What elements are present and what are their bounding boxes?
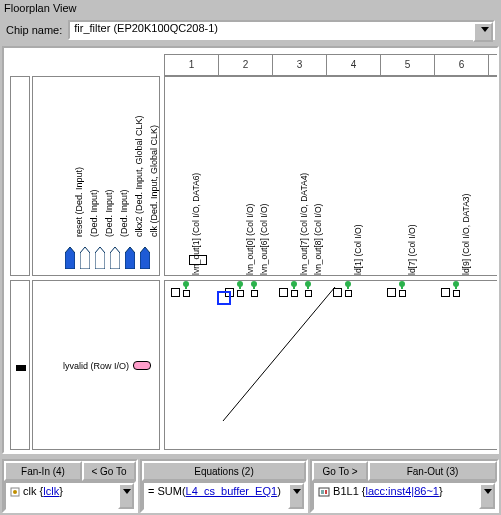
floorplan-canvas[interactable]: 123456 reset (Ded. Input)(Ded. Input)(De… (0, 44, 501, 456)
pin-label: reset (Ded. Input) (74, 167, 84, 237)
equation-suffix: ) (277, 485, 281, 497)
fan-in-item-link[interactable]: lclk (43, 485, 59, 497)
pin-label: clk (Ded. Input, Global CLK) (149, 125, 159, 237)
fan-in-item-suffix: } (59, 485, 63, 497)
row-io-label: lyvalid (Row I/O) (63, 361, 129, 371)
window-title: Floorplan View (0, 0, 501, 16)
io-column: lvn_out[0] (Col I/O)lvn_out[6] (Col I/O) (225, 117, 269, 297)
row-io-pin[interactable] (133, 361, 151, 370)
io-label: lvn_out[0] (Col I/O) (245, 204, 255, 275)
equations-list[interactable]: = SUM(L4_cs_buffer_EQ1) (142, 481, 306, 511)
pin-label: (Ded. Input) (104, 189, 114, 237)
fan-out-panel: Go To > Fan-Out (3) B1L1 {lacc:inst4|86~… (310, 459, 499, 513)
dropdown-arrow-icon[interactable] (288, 483, 304, 509)
ruler-tick: 1 (165, 55, 219, 75)
row-gutter-bottom (10, 280, 30, 450)
dedicated-input-pin[interactable] (125, 247, 135, 269)
io-label: ld[7] (Col I/O) (407, 224, 417, 275)
io-label: lvn_out[8] (Col I/O) (313, 204, 323, 275)
ruler-tick: 2 (219, 55, 273, 75)
svg-point-25 (13, 490, 17, 494)
io-column: ld[7] (Col I/O) (387, 117, 431, 297)
pin-label: (Ded. Input) (89, 189, 99, 237)
dedicated-input-pin[interactable] (140, 247, 150, 269)
io-label: lvn_out[7] (Col I/O, DATA4) (299, 173, 309, 275)
dropdown-arrow-icon[interactable] (479, 483, 495, 509)
fan-in-goto-button[interactable]: < Go To (82, 461, 136, 481)
fan-in-panel: Fan-In (4) < Go To clk {lclk} (2, 459, 138, 513)
chip-name-value: fir_filter (EP20K100QC208-1) (74, 22, 218, 34)
fan-out-goto-button[interactable]: Go To > (312, 461, 368, 481)
io-column: ld[1] (Col I/O) (333, 117, 377, 297)
ruler-tick: 4 (327, 55, 381, 75)
top-io-region: lvn_out[1] (Col I/O, DATA6)lvn_out[0] (C… (164, 76, 497, 276)
io-column: lvn_out[1] (Col I/O, DATA6) (171, 117, 215, 297)
fan-out-item-link[interactable]: lacc:inst4|86~1 (365, 485, 439, 497)
lab-stacks-region (164, 280, 497, 450)
equation-link[interactable]: L4_cs_buffer_EQ1 (186, 485, 278, 497)
selection-box[interactable] (217, 291, 231, 305)
fan-in-list[interactable]: clk {lclk} (4, 481, 136, 511)
fan-in-header[interactable]: Fan-In (4) (4, 461, 82, 481)
dedicated-input-pin[interactable] (95, 247, 105, 269)
chevron-down-icon (481, 27, 489, 32)
fan-out-list[interactable]: B1L1 {lacc:inst4|86~1} (312, 481, 497, 511)
fan-out-item-prefix: B1L1 { (333, 485, 365, 497)
svg-marker-3 (110, 247, 120, 269)
pin-label: (Ded. Input) (119, 189, 129, 237)
svg-marker-0 (65, 247, 75, 269)
svg-marker-5 (140, 247, 150, 269)
pin-icon (10, 487, 20, 497)
svg-marker-2 (95, 247, 105, 269)
row-gutter-top (10, 76, 30, 276)
fan-out-item-suffix: } (439, 485, 443, 497)
equations-panel: Equations (2) = SUM(L4_cs_buffer_EQ1) (140, 459, 308, 513)
ruler-tick: 5 (381, 55, 435, 75)
pin-label: clkx2 (Ded. Input, Global CLK) (134, 115, 144, 237)
io-label: ld[1] (Col I/O) (353, 224, 363, 275)
chip-name-select[interactable]: fir_filter (EP20K100QC208-1) (68, 20, 495, 40)
io-column: lvn_out[7] (Col I/O, DATA4)lvn_out[8] (C… (279, 117, 323, 297)
io-label: lvn_out[6] (Col I/O) (259, 204, 269, 275)
ruler-tick: 3 (273, 55, 327, 75)
chip-name-row: Chip name: fir_filter (EP20K100QC208-1) (0, 16, 501, 44)
io-label: ld[9] (Col I/O, DATA3) (461, 194, 471, 275)
fan-out-header[interactable]: Fan-Out (3) (368, 461, 497, 481)
svg-rect-27 (321, 490, 324, 494)
io-label: lvn_out[1] (Col I/O, DATA6) (191, 173, 201, 275)
dedicated-input-pin[interactable] (110, 247, 120, 269)
svg-marker-6 (16, 365, 26, 371)
dedicated-input-pin[interactable] (65, 247, 75, 269)
flipflop-icon (318, 487, 330, 497)
svg-line-23 (223, 287, 335, 421)
svg-marker-4 (125, 247, 135, 269)
row-io-region: lyvalid (Row I/O) (32, 280, 160, 450)
svg-marker-1 (80, 247, 90, 269)
ruler-tick: 6 (435, 55, 489, 75)
fan-in-item-prefix: clk { (23, 485, 43, 497)
dropdown-arrow-icon[interactable] (118, 483, 134, 509)
dedicated-input-pin[interactable] (80, 247, 90, 269)
equations-header[interactable]: Equations (2) (142, 461, 306, 481)
dedicated-inputs-region: reset (Ded. Input)(Ded. Input)(Ded. Inpu… (32, 76, 160, 276)
column-ruler: 123456 (164, 54, 497, 76)
chip-name-label: Chip name: (6, 24, 62, 36)
svg-rect-28 (325, 490, 327, 494)
bottom-panels: Fan-In (4) < Go To clk {lclk} Equations … (0, 457, 501, 515)
net-line (205, 281, 365, 441)
equation-prefix: = SUM( (148, 485, 186, 497)
io-column: ld[9] (Col I/O, DATA3) (441, 117, 485, 297)
